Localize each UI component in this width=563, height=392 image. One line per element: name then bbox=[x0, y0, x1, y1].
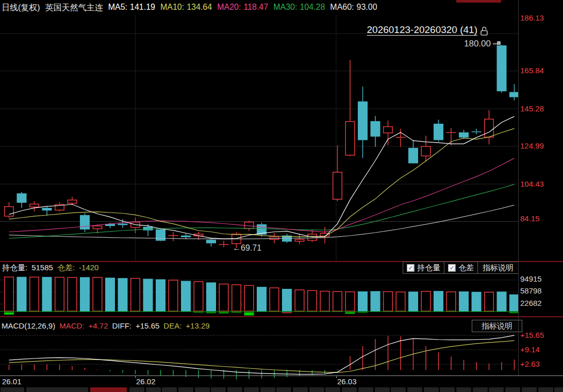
ma60-legend: MA60:93.00 bbox=[330, 3, 377, 13]
scrollbar-segment[interactable] bbox=[342, 387, 357, 392]
x-axis-label-2: 26.03 bbox=[337, 377, 357, 386]
ma30-legend: MA30:104.28 bbox=[273, 3, 325, 13]
scrollbar-segment[interactable] bbox=[505, 387, 520, 392]
scrollbar-segment[interactable] bbox=[195, 387, 210, 392]
panel-separator-2 bbox=[0, 316, 563, 317]
trading-app-window: 日线(复权) 英国天然气主连 MA5:141.19 MA10:134.64 MA… bbox=[0, 0, 563, 392]
scrollbar-segment[interactable] bbox=[178, 387, 193, 392]
scrollbar-segment[interactable] bbox=[146, 387, 161, 392]
scrollbar-segment[interactable] bbox=[26, 387, 88, 392]
scrollbar-segment[interactable] bbox=[538, 387, 553, 392]
dea-value: +13.29 bbox=[186, 321, 209, 330]
diff-value: +15.65 bbox=[136, 321, 159, 330]
scrollbar-segment[interactable] bbox=[358, 387, 373, 392]
macd-axis-label-2: +2.63 bbox=[520, 360, 540, 368]
oi-change-checkbox[interactable]: ✓ bbox=[448, 264, 456, 272]
scrollbar-segment[interactable] bbox=[227, 387, 242, 392]
macd-panel-header: MACD(12,26,9) MACD: +4.72 DIFF: +15.65 D… bbox=[2, 321, 210, 330]
scrollbar-segment[interactable] bbox=[325, 387, 340, 392]
scrollbar-segment[interactable] bbox=[489, 387, 504, 392]
chart-header: 日线(复权) 英国天然气主连 MA5:141.19 MA10:134.64 MA… bbox=[2, 3, 377, 13]
y-axis-border bbox=[518, 0, 519, 375]
scrollbar-segment[interactable] bbox=[276, 387, 291, 392]
macd-label: MACD: bbox=[59, 321, 84, 330]
price-axis-label-1: 165.84 bbox=[520, 66, 544, 75]
oi-change-value: -1420 bbox=[79, 263, 98, 273]
scrollbar-segment[interactable] bbox=[211, 387, 226, 392]
oi-checkbox-label: 持仓量 bbox=[417, 263, 440, 273]
scrollbar-segment[interactable] bbox=[554, 387, 563, 392]
oi-panel-header: 持仓量: 51585 仓差: -1420 bbox=[2, 263, 98, 273]
scrollbar-segment[interactable] bbox=[129, 387, 144, 392]
oi-axis-label-1: 58798 bbox=[520, 286, 542, 295]
scrollbar-segment[interactable] bbox=[1, 387, 24, 392]
scrollbar-segment[interactable] bbox=[309, 387, 324, 392]
price-axis-label-0: 186.13 bbox=[520, 13, 544, 22]
macd-chart[interactable] bbox=[0, 333, 518, 380]
scrollbar-segment[interactable] bbox=[407, 387, 422, 392]
check-icon: ✓ bbox=[450, 265, 454, 271]
oi-toolbar: ✓ 持仓量 ✓ 仓差 指标说明 bbox=[403, 262, 519, 274]
bottom-scrollbar[interactable] bbox=[0, 387, 563, 392]
price-axis-label-5: 84.15 bbox=[520, 214, 540, 223]
macd-indicator-help-button[interactable]: 指标说明 bbox=[472, 320, 522, 332]
oi-change-checkbox-item[interactable]: ✓ 仓差 bbox=[444, 262, 478, 273]
symbol-name: 英国天然气主连 bbox=[45, 3, 103, 13]
oi-value: 51585 bbox=[31, 263, 53, 273]
period-label: 日线(复权) bbox=[2, 3, 40, 13]
unlock-icon[interactable] bbox=[479, 25, 489, 37]
highest-price-marker: 180.00 bbox=[433, 39, 491, 49]
scrollbar-segment[interactable] bbox=[440, 387, 455, 392]
check-icon: ✓ bbox=[408, 265, 413, 271]
macd-axis-label-1: +9.14 bbox=[520, 345, 540, 354]
visible-range-label[interactable]: 20260123-20260320 (41) bbox=[345, 24, 477, 36]
top-scrollbar-thumb[interactable] bbox=[456, 0, 501, 3]
ma10-legend: MA10:134.64 bbox=[160, 3, 212, 13]
macd-title: MACD(12,26,9) bbox=[2, 321, 55, 330]
scrollbar-segment[interactable] bbox=[522, 387, 537, 392]
macd-axis-label-0: +15.65 bbox=[520, 331, 544, 339]
scrollbar-segment[interactable] bbox=[456, 387, 471, 392]
oi-change-checkbox-label: 仓差 bbox=[458, 263, 474, 273]
oi-checkbox[interactable]: ✓ bbox=[407, 264, 415, 272]
ma5-legend: MA5:141.19 bbox=[108, 3, 155, 13]
price-axis-label-2: 145.28 bbox=[520, 104, 544, 113]
open-interest-chart[interactable] bbox=[0, 274, 518, 316]
main-price-chart[interactable] bbox=[0, 14, 518, 262]
oi-axis-label-2: 22682 bbox=[520, 299, 542, 307]
scrollbar-active-segment[interactable] bbox=[90, 387, 127, 392]
macd-value: +4.72 bbox=[89, 321, 108, 330]
x-axis-tick bbox=[336, 375, 337, 378]
x-axis-label-1: 26.02 bbox=[136, 377, 156, 386]
dea-label: DEA: bbox=[163, 321, 181, 330]
x-axis-tick bbox=[135, 375, 136, 378]
scrollbar-segment[interactable] bbox=[260, 387, 275, 392]
lowest-price-marker: ←69.71 bbox=[233, 243, 261, 253]
price-axis-label-3: 124.99 bbox=[520, 141, 544, 150]
scrollbar-segment[interactable] bbox=[391, 387, 406, 392]
oi-indicator-help-button[interactable]: 指标说明 bbox=[478, 262, 518, 273]
scrollbar-segment[interactable] bbox=[473, 387, 488, 392]
highest-price-pointer-square bbox=[497, 41, 501, 45]
scrollbar-segment[interactable] bbox=[293, 387, 308, 392]
diff-label: DIFF: bbox=[112, 321, 132, 330]
x-axis-label-0: 26.01 bbox=[2, 377, 22, 386]
oi-checkbox-item[interactable]: ✓ 持仓量 bbox=[403, 262, 444, 273]
oi-label: 持仓量: bbox=[2, 263, 27, 273]
ma20-legend: MA20:118.47 bbox=[217, 3, 268, 13]
scrollbar-segment[interactable] bbox=[375, 387, 390, 392]
price-axis-label-4: 104.43 bbox=[520, 179, 544, 188]
scrollbar-segment[interactable] bbox=[162, 387, 177, 392]
scrollbar-segment[interactable] bbox=[244, 387, 259, 392]
oi-axis-label-0: 94915 bbox=[520, 274, 542, 283]
oi-change-label: 仓差: bbox=[57, 263, 75, 273]
scrollbar-segment[interactable] bbox=[424, 387, 439, 392]
